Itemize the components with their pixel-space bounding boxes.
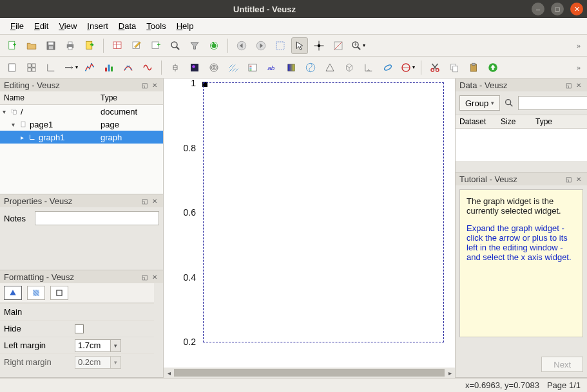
insert-graph-button[interactable] <box>43 59 59 76</box>
panel-close-icon[interactable]: ✕ <box>574 80 583 89</box>
menu-insert[interactable]: Insert <box>82 20 113 32</box>
svg-rect-20 <box>276 42 284 50</box>
export-button[interactable] <box>81 37 98 54</box>
panel-undock-icon[interactable]: ◱ <box>140 80 149 89</box>
insert-vector-button[interactable] <box>225 59 242 76</box>
save-button[interactable] <box>43 37 59 54</box>
insert-label-button[interactable]: ab <box>264 59 280 76</box>
svg-point-52 <box>210 64 218 71</box>
expand-icon[interactable]: ▾ <box>9 121 17 128</box>
insert-axis-button[interactable]: ▾ <box>62 59 79 76</box>
zoom-select-button[interactable] <box>272 37 289 54</box>
menu-tools[interactable]: Tools <box>141 20 171 32</box>
pointer-tool-button[interactable] <box>291 37 308 54</box>
menu-view[interactable]: View <box>53 20 82 32</box>
dropdown-icon[interactable]: ▾ <box>111 339 121 352</box>
expand-icon[interactable]: ▾ <box>0 108 8 115</box>
panel-close-icon[interactable]: ✕ <box>150 80 159 89</box>
edit-data-button[interactable] <box>128 37 145 54</box>
toolbar-overflow-icon[interactable]: » <box>574 42 583 50</box>
insert-grid-button[interactable] <box>23 59 40 76</box>
copy-button[interactable] <box>446 59 463 76</box>
read-point-button[interactable] <box>311 37 327 54</box>
svg-rect-32 <box>32 68 35 71</box>
insert-colorbar-button[interactable] <box>283 59 300 76</box>
new-document-button[interactable]: + <box>4 37 21 54</box>
capture-data-button[interactable] <box>167 37 184 54</box>
expand-icon[interactable]: ▸ <box>18 134 26 141</box>
menu-help[interactable]: Help <box>171 20 199 32</box>
fmt-left-margin-input[interactable] <box>75 339 111 352</box>
menu-file[interactable]: File <box>5 20 29 32</box>
formatting-tab-main[interactable] <box>4 286 22 300</box>
prev-page-button[interactable] <box>233 37 250 54</box>
panel-close-icon[interactable]: ✕ <box>150 196 159 205</box>
filter-data-button[interactable] <box>186 37 203 54</box>
scroll-left-icon[interactable]: ◂ <box>164 369 174 377</box>
insert-ternary-button[interactable] <box>322 59 338 76</box>
fmt-right-margin-input[interactable] <box>75 356 111 369</box>
zoom-axes-button[interactable] <box>330 37 347 54</box>
data-col-size[interactable]: Size <box>497 115 532 128</box>
insert-shape-button[interactable]: ▾ <box>399 59 416 76</box>
plot-frame[interactable]: 1 0.8 0.6 0.4 0.2 <box>203 82 444 342</box>
create-data-button[interactable]: + <box>148 37 164 54</box>
panel-close-icon[interactable]: ✕ <box>150 272 159 281</box>
tutorial-next-button[interactable]: Next <box>541 357 583 372</box>
panel-undock-icon[interactable]: ◱ <box>140 272 149 281</box>
panel-undock-icon[interactable]: ◱ <box>564 174 573 183</box>
zoom-menu-button[interactable]: +▾ <box>349 37 366 54</box>
import-data-button[interactable] <box>109 37 126 54</box>
toolbar-overflow-icon[interactable]: » <box>574 64 583 71</box>
svg-rect-68 <box>453 66 458 71</box>
insert-bar-button[interactable] <box>101 59 117 76</box>
window-close-button[interactable]: ✕ <box>570 3 583 15</box>
window-minimize-button[interactable]: – <box>532 3 544 15</box>
paste-button[interactable] <box>465 59 482 76</box>
insert-polar-button[interactable] <box>302 59 319 76</box>
insert-image-button[interactable] <box>186 59 203 76</box>
horizontal-scrollbar[interactable]: ◂ ▸ <box>164 368 455 378</box>
data-col-type[interactable]: Type <box>532 115 587 128</box>
open-button[interactable] <box>23 37 40 54</box>
data-search-input[interactable] <box>518 96 587 110</box>
formatting-tab-border[interactable] <box>50 286 68 300</box>
notes-input[interactable] <box>35 211 159 225</box>
data-col-dataset[interactable]: Dataset <box>456 115 497 128</box>
insert-page-button[interactable] <box>4 59 21 76</box>
menu-data[interactable]: Data <box>113 20 141 32</box>
data-group-button[interactable]: Group▾ <box>459 95 500 111</box>
insert-3d-button[interactable] <box>341 59 358 76</box>
next-page-button[interactable] <box>253 37 269 54</box>
tree-row-graph[interactable]: ▸graph1 graph <box>0 131 163 144</box>
insert-fit-button[interactable] <box>120 59 137 76</box>
insert-broken-axis-button[interactable] <box>360 59 377 76</box>
insert-xy-button[interactable] <box>81 59 98 76</box>
tree-header-name[interactable]: Name <box>0 91 97 104</box>
svg-point-62 <box>383 64 392 71</box>
tree-row-page[interactable]: ▾page1 page <box>0 118 163 131</box>
reload-data-button[interactable] <box>206 37 222 54</box>
fmt-hide-checkbox[interactable] <box>75 324 84 333</box>
scroll-right-icon[interactable]: ▸ <box>445 369 455 377</box>
formatting-tab-background[interactable] <box>27 286 45 300</box>
insert-boxplot-button[interactable] <box>167 59 184 76</box>
insert-function-button[interactable] <box>139 59 156 76</box>
panel-undock-icon[interactable]: ◱ <box>140 196 149 205</box>
menu-edit[interactable]: Edit <box>29 20 53 32</box>
status-coords: x=0.6963, y=0.7083 <box>465 380 539 390</box>
panel-close-icon[interactable]: ✕ <box>574 174 583 183</box>
insert-contour-button[interactable] <box>206 59 222 76</box>
formatting-scrollbar[interactable] <box>154 283 163 377</box>
window-maximize-button[interactable]: □ <box>551 3 564 15</box>
tree-header-type[interactable]: Type <box>97 91 121 104</box>
plot-canvas[interactable]: 1 0.8 0.6 0.4 0.2 <box>165 80 454 366</box>
panel-undock-icon[interactable]: ◱ <box>564 80 573 89</box>
print-button[interactable] <box>62 37 79 54</box>
insert-covariance-button[interactable] <box>380 59 396 76</box>
insert-key-button[interactable] <box>244 59 261 76</box>
tree-row-document[interactable]: ▾/ document <box>0 105 163 118</box>
dropdown-icon[interactable]: ▾ <box>111 356 121 369</box>
move-up-button[interactable] <box>485 59 501 76</box>
cut-button[interactable] <box>427 59 443 76</box>
